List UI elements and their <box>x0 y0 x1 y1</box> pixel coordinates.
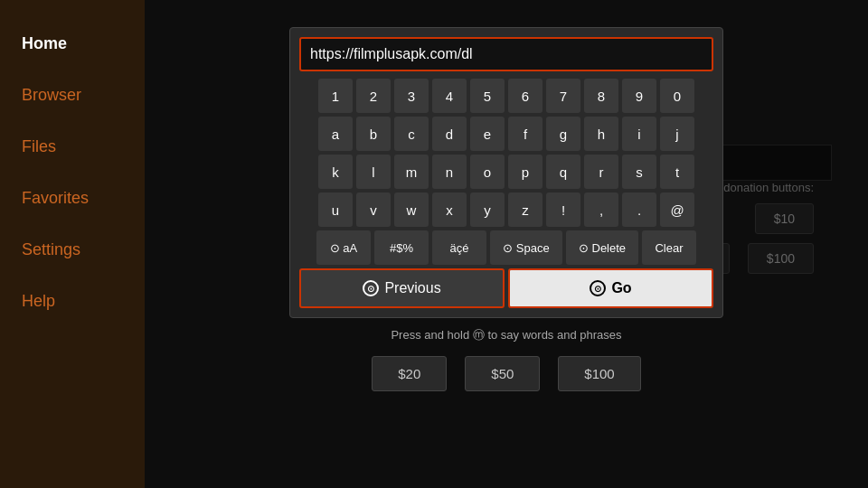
sidebar-item-browser[interactable]: Browser <box>0 70 145 121</box>
key-case-toggle[interactable]: ⊙ aA <box>316 230 371 265</box>
key-h[interactable]: h <box>584 117 618 151</box>
key-l[interactable]: l <box>356 155 391 189</box>
key-y[interactable]: y <box>470 192 505 227</box>
key-b[interactable]: b <box>356 117 391 151</box>
key-z[interactable]: z <box>508 192 542 227</box>
key-r[interactable]: r <box>584 155 618 189</box>
key-0[interactable]: 0 <box>660 79 694 113</box>
key-v[interactable]: v <box>356 192 391 227</box>
donation-btn-50[interactable]: $50 <box>465 356 540 391</box>
key-o[interactable]: o <box>470 155 505 189</box>
key-comma[interactable]: , <box>584 192 618 227</box>
keyboard-overlay: 1 2 3 4 5 6 7 8 9 0 a b c d e f g h <box>145 0 868 488</box>
key-g[interactable]: g <box>546 117 580 151</box>
key-e[interactable]: e <box>470 117 505 151</box>
key-accents[interactable]: äçé <box>432 230 486 265</box>
key-exclaim[interactable]: ! <box>546 192 580 227</box>
key-row-a: a b c d e f g h i j <box>299 117 713 151</box>
key-symbols[interactable]: #$% <box>374 230 429 265</box>
key-x[interactable]: x <box>432 192 467 227</box>
key-space[interactable]: ⊙ Space <box>490 230 562 265</box>
key-2[interactable]: 2 <box>356 79 391 113</box>
sidebar-item-home[interactable]: Home <box>0 18 145 70</box>
key-row-special: ⊙ aA #$% äçé ⊙ Space ⊙ Delete Clear <box>299 230 713 265</box>
key-u[interactable]: u <box>318 192 353 227</box>
key-m[interactable]: m <box>394 155 429 189</box>
previous-icon: ⊙ <box>363 280 379 296</box>
key-i[interactable]: i <box>622 117 656 151</box>
sidebar-item-favorites[interactable]: Favorites <box>0 173 145 224</box>
key-7[interactable]: 7 <box>546 79 580 113</box>
key-row-numbers: 1 2 3 4 5 6 7 8 9 0 <box>299 79 713 113</box>
key-period[interactable]: . <box>622 192 656 227</box>
key-w[interactable]: w <box>394 192 429 227</box>
url-bar-container[interactable] <box>299 37 713 71</box>
key-8[interactable]: 8 <box>584 79 618 113</box>
key-5[interactable]: 5 <box>470 79 505 113</box>
key-1[interactable]: 1 <box>318 79 353 113</box>
key-n[interactable]: n <box>432 155 467 189</box>
key-j[interactable]: j <box>660 117 694 151</box>
key-a[interactable]: a <box>318 117 353 151</box>
sidebar-item-files[interactable]: Files <box>0 121 145 173</box>
key-clear[interactable]: Clear <box>642 230 696 265</box>
main-content: ase donation buttons: $10 $20 $50 $100 1… <box>145 0 868 488</box>
key-k[interactable]: k <box>318 155 353 189</box>
key-c[interactable]: c <box>394 117 429 151</box>
key-q[interactable]: q <box>546 155 580 189</box>
sidebar: Home Browser Files Favorites Settings He… <box>0 0 145 488</box>
previous-label: Previous <box>384 280 440 296</box>
key-6[interactable]: 6 <box>508 79 542 113</box>
key-3[interactable]: 3 <box>394 79 429 113</box>
keyboard-panel: 1 2 3 4 5 6 7 8 9 0 a b c d e f g h <box>289 27 723 318</box>
key-d[interactable]: d <box>432 117 467 151</box>
go-label: Go <box>611 280 631 296</box>
key-at[interactable]: @ <box>660 192 694 227</box>
press-hold-hint: Press and hold ⓜ to say words and phrase… <box>391 327 621 343</box>
key-4[interactable]: 4 <box>432 79 467 113</box>
donation-buttons-area: $20 $50 $100 <box>372 356 640 391</box>
key-9[interactable]: 9 <box>622 79 656 113</box>
sidebar-item-help[interactable]: Help <box>0 276 145 327</box>
previous-button[interactable]: ⊙ Previous <box>299 268 505 308</box>
donation-btn-100[interactable]: $100 <box>558 356 640 391</box>
action-row: ⊙ Previous ⊙ Go <box>299 268 713 308</box>
go-button[interactable]: ⊙ Go <box>508 268 713 308</box>
key-p[interactable]: p <box>508 155 542 189</box>
key-s[interactable]: s <box>622 155 656 189</box>
key-delete[interactable]: ⊙ Delete <box>566 230 638 265</box>
key-f[interactable]: f <box>508 117 542 151</box>
key-t[interactable]: t <box>660 155 694 189</box>
sidebar-item-settings[interactable]: Settings <box>0 224 145 276</box>
key-row-k: k l m n o p q r s t <box>299 155 713 189</box>
donation-btn-20[interactable]: $20 <box>372 356 447 391</box>
url-input[interactable] <box>310 46 703 62</box>
go-icon: ⊙ <box>590 280 606 296</box>
key-row-u: u v w x y z ! , . @ <box>299 192 713 227</box>
